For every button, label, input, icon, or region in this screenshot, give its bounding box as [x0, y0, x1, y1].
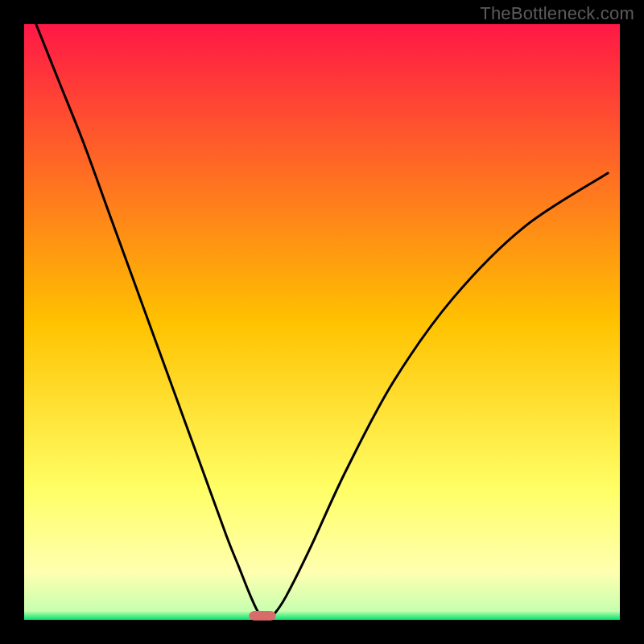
chart-svg	[0, 0, 644, 644]
chart-frame: TheBottleneck.com	[0, 0, 644, 644]
minimum-marker	[249, 611, 275, 621]
plot-background	[24, 24, 620, 620]
watermark-text: TheBottleneck.com	[480, 3, 634, 24]
